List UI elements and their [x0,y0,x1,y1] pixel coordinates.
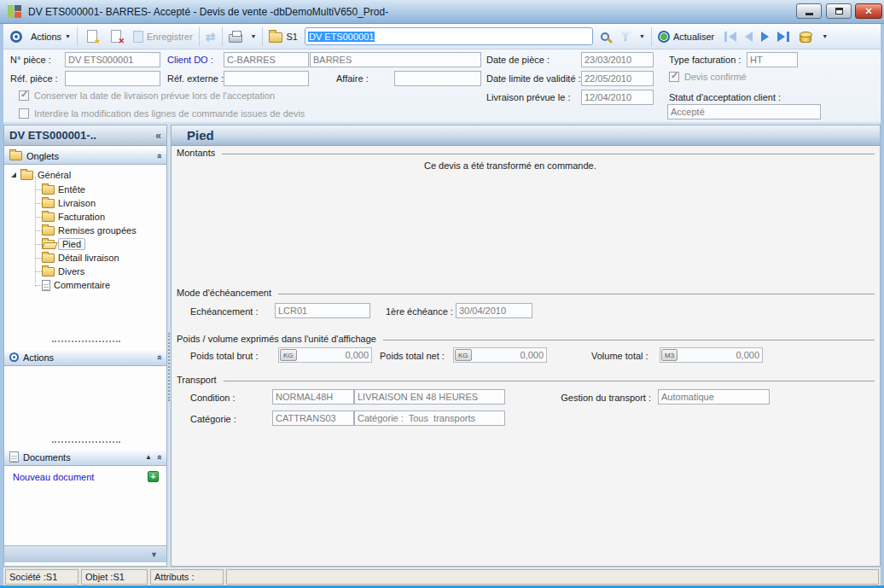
onglets-section-header[interactable]: Onglets » [4,148,166,165]
poids-brut-label: Poids total brut : [190,349,259,364]
collapse-panel-icon[interactable]: « [155,130,161,142]
livraison-prevue-field[interactable]: 12/04/2010 [581,90,654,105]
documents-section-header[interactable]: Documents ▲ » [4,449,166,466]
close-button[interactable]: ✕ [855,3,882,19]
save-button[interactable]: Enregistrer [133,31,193,43]
onglets-section-title: Onglets [26,151,152,161]
last-record-icon [787,32,789,42]
condition-desc-field[interactable]: LIVRAISON EN 48 HEURES [354,389,505,405]
tree-item-divers[interactable]: Divers [42,265,84,278]
delete-record-button[interactable]: ✕ [111,30,121,43]
tree-item-commentaire[interactable]: Commentaire [42,278,110,292]
chevron-up-icon[interactable]: ▲ [145,453,152,461]
premiere-echeance-field[interactable]: 30/04/2010 [456,303,532,318]
actions-section-header[interactable]: Actions » [4,349,166,366]
collapse-section-icon[interactable]: » [154,153,164,158]
nav-last-button[interactable] [777,32,789,42]
tree-item-detail-livraison[interactable]: Détail livraison [42,251,119,265]
minimize-button[interactable] [796,3,822,19]
drag-handle[interactable] [52,341,120,342]
tree-item-pied-selected[interactable]: Pied [42,237,85,251]
next-record-icon [761,32,769,42]
tree-item-entete[interactable]: Entête [42,183,85,196]
volume-total-label: Volume total : [591,349,648,364]
chevron-down-icon: ▼ [639,33,645,39]
refresh-label: Actualiser [673,32,714,42]
search-icon [601,32,609,41]
scroll-down-icon[interactable]: ▼ [150,550,158,559]
poids-brut-field[interactable]: KG 0,000 [278,347,372,363]
volume-total-field[interactable]: M3 0,000 [660,347,763,363]
poids-net-label: Poids total net : [380,349,445,364]
echeancement-group: Mode d'échéancement [177,288,875,298]
date-piece-field[interactable]: 23/03/2010 [581,52,654,67]
nav-previous-button[interactable] [745,32,753,42]
date-limite-field[interactable]: 22/05/2010 [581,71,654,86]
ref-piece-field[interactable] [65,71,160,86]
folder-button[interactable]: S1 [269,31,297,43]
refresh-data-button[interactable]: Actualiser [658,31,714,43]
toolbar-separator [222,27,223,46]
m3-unit-button[interactable]: M3 [661,349,678,361]
actions-menu-button[interactable]: Actions ▼ [10,31,71,43]
application-window: DV ETS000001- BARRES- Accepté - Devis de… [0,0,884,588]
restore-button[interactable] [826,3,852,19]
first-record-icon [729,32,736,42]
tree-item-general[interactable]: Général [11,168,71,182]
tree-item-remises-groupees[interactable]: Remises groupées [42,224,137,237]
sidebar-panel-header[interactable]: DV ETS000001-.. « [4,125,166,146]
echeancement-field[interactable]: LCR01 [275,303,370,318]
tree-item-label: Commentaire [54,280,110,290]
num-piece-field[interactable]: DV ETS000001 [65,52,160,67]
client-do-name-field[interactable]: BARRES [310,52,481,67]
kg-unit-button[interactable]: KG [280,349,297,361]
tree-item-livraison[interactable]: Livraison [42,196,96,210]
categorie-code-field[interactable]: CATTRANS03 [272,410,354,426]
tree-item-facturation[interactable]: Facturation [42,210,105,224]
ref-externe-field[interactable] [224,71,309,86]
gestion-transport-field[interactable]: Automatique [658,389,770,405]
group-divider [224,381,875,381]
group-divider [383,340,875,341]
interdire-checkbox[interactable] [19,108,29,119]
refresh-button[interactable]: ⇄ [206,30,216,44]
client-do-code-field[interactable]: C-BARRES [224,52,309,67]
target-icon [10,31,22,43]
nav-first-button[interactable] [724,32,736,42]
poids-brut-value: 0,000 [297,350,370,360]
collapse-section-icon[interactable]: » [154,354,164,359]
conserver-checkbox[interactable] [19,90,29,101]
tree-guide-line [35,177,36,282]
client-do-label[interactable]: Client DO : [167,53,213,67]
filter-button[interactable]: ▼ [619,32,645,41]
transport-group-label: Transport [177,375,217,385]
tree-expand-icon[interactable] [11,172,16,178]
montants-group-label: Montants [177,148,215,158]
title-bar[interactable]: DV ETS000001- BARRES- Accepté - Devis de… [0,0,884,24]
save-label: Enregistrer [147,32,193,42]
categorie-desc-field[interactable]: Catégorie : Tous transports [354,410,505,426]
poids-net-field[interactable]: KG 0,000 [453,347,547,363]
new-record-button[interactable]: ★ [87,30,97,43]
date-piece-label: Date de pièce : [486,53,550,67]
collapse-section-icon[interactable]: » [154,454,164,459]
drag-handle[interactable] [52,441,120,443]
print-button[interactable]: ▼ [229,31,257,43]
document-icon [9,451,19,463]
devis-confirme-checkbox[interactable] [669,72,679,82]
database-button[interactable]: ▼ [800,31,828,43]
close-icon: ✕ [864,6,872,17]
kg-unit-button[interactable]: KG [455,349,472,361]
statut-acceptation-field[interactable]: Accepté [667,104,821,119]
database-icon [800,33,811,43]
sidebar-scroll-strip[interactable]: ▼ [4,545,166,562]
type-facturation-field[interactable]: HT [747,52,798,67]
add-document-button[interactable]: + [148,471,159,482]
search-input[interactable]: DV ETS000001 [305,27,593,45]
search-button[interactable] [601,32,609,41]
nav-next-button[interactable] [761,32,769,42]
nouveau-document-link[interactable]: Nouveau document [13,472,94,482]
condition-code-field[interactable]: NORMAL48H [272,389,354,405]
affaire-field[interactable] [394,71,481,86]
transport-group: Transport [177,375,875,385]
